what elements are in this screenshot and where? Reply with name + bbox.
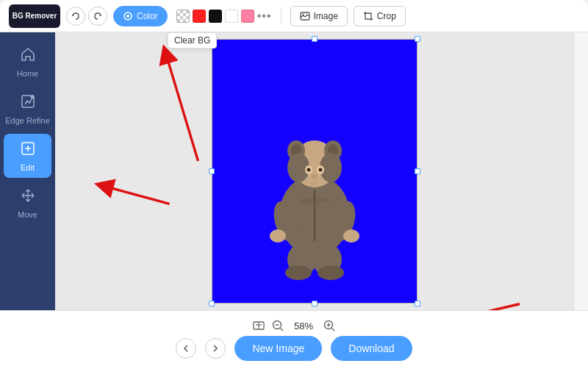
svg-point-17: [306, 168, 310, 172]
svg-point-5: [30, 95, 34, 98]
svg-line-42: [332, 329, 335, 332]
home-icon: [20, 46, 36, 66]
right-panel: [573, 32, 588, 310]
main-layout: Home Edge Refine Edit: [0, 32, 588, 310]
pink-swatch[interactable]: [241, 10, 254, 23]
bottom-actions: New Image Download: [176, 336, 412, 361]
svg-point-28: [318, 265, 344, 280]
sidebar-home-label: Home: [17, 69, 38, 78]
tooltip-text: Clear BG: [174, 35, 210, 46]
zoom-percentage: 58%: [290, 320, 317, 332]
image-tool-label: Image: [314, 11, 338, 21]
undo-button[interactable]: [66, 7, 85, 26]
zoom-controls: 58%: [252, 319, 336, 332]
svg-point-1: [126, 15, 129, 18]
move-icon: [20, 187, 36, 207]
handle-bottom-left[interactable]: [209, 301, 215, 307]
handle-middle-right[interactable]: [415, 168, 420, 174]
svg-point-18: [318, 168, 322, 172]
clear-bg-tooltip: Clear BG: [168, 32, 217, 49]
svg-point-20: [311, 181, 318, 185]
baby-figure-container: [256, 105, 373, 282]
new-image-button[interactable]: New Image: [234, 336, 322, 361]
svg-point-19: [312, 174, 318, 179]
baby-figure-svg: [256, 105, 373, 282]
zoom-in-icon[interactable]: [323, 319, 336, 332]
svg-point-23: [270, 229, 286, 243]
handle-bottom-right[interactable]: [415, 301, 420, 307]
canvas-area: [55, 32, 573, 310]
handle-top-middle[interactable]: [312, 36, 318, 42]
sidebar: Home Edge Refine Edit: [0, 32, 55, 310]
red-swatch[interactable]: [193, 10, 206, 23]
canvas-workspace[interactable]: [212, 39, 417, 304]
sidebar-item-move[interactable]: Move: [4, 181, 51, 225]
crop-tool-label: Crop: [377, 11, 396, 21]
sidebar-item-edge-refine[interactable]: Edge Refine: [4, 87, 51, 131]
next-button[interactable]: [205, 338, 226, 359]
image-tool-button[interactable]: Image: [290, 6, 348, 26]
redo-button[interactable]: [88, 7, 107, 26]
handle-middle-left[interactable]: [209, 168, 215, 174]
crop-tool-button[interactable]: Crop: [354, 6, 406, 26]
sidebar-item-home[interactable]: Home: [4, 40, 51, 84]
svg-line-39: [281, 329, 284, 332]
sidebar-edge-refine-label: Edge Refine: [5, 116, 50, 125]
sidebar-move-label: Move: [18, 210, 37, 219]
handle-bottom-middle[interactable]: [312, 301, 318, 307]
svg-line-32: [166, 54, 198, 161]
prev-button[interactable]: [176, 338, 196, 359]
edge-refine-icon: [20, 93, 36, 113]
top-toolbar: BG Remover Color •••: [0, 0, 588, 32]
app-logo: BG Remover: [9, 4, 60, 28]
fit-to-screen-icon[interactable]: [252, 319, 265, 332]
bottom-bar: 58% New Image Download: [0, 310, 588, 369]
color-swatches: •••: [176, 10, 272, 23]
color-tool-button[interactable]: Color: [113, 6, 168, 26]
nav-arrows-group: [66, 7, 107, 26]
more-colors-button[interactable]: •••: [257, 10, 272, 23]
svg-line-34: [434, 304, 520, 310]
app-logo-text: BG Remover: [12, 12, 57, 20]
sidebar-item-edit[interactable]: Edit: [4, 134, 51, 178]
handle-top-right[interactable]: [415, 36, 420, 42]
white-swatch[interactable]: [225, 10, 238, 23]
clear-swatch[interactable]: [176, 10, 190, 23]
svg-point-3: [302, 13, 304, 15]
edit-icon: [20, 140, 36, 160]
svg-point-30: [300, 198, 329, 204]
svg-point-27: [285, 265, 312, 280]
sidebar-edit-label: Edit: [21, 163, 35, 172]
black-swatch[interactable]: [209, 10, 222, 23]
svg-line-33: [104, 186, 169, 204]
svg-point-24: [343, 229, 359, 243]
color-tool-label: Color: [137, 11, 158, 21]
zoom-out-icon[interactable]: [271, 319, 284, 332]
download-button[interactable]: Download: [331, 336, 412, 361]
toolbar-divider: [281, 7, 282, 25]
